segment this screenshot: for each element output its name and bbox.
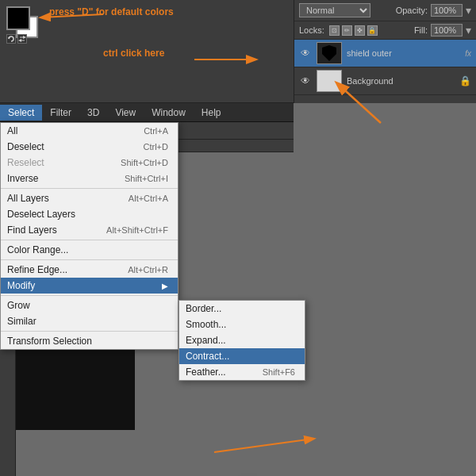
menu-item-deselect[interactable]: Deselect Ctrl+D [1,139,178,155]
menu-item-similar[interactable]: Similar [1,313,178,329]
layer-thumb-background [317,70,342,92]
menu-3d[interactable]: 3D [79,105,107,121]
swap-colors-icon[interactable] [17,34,27,44]
fill-row: Fill: ▾ [414,24,471,36]
menu-item-all-shortcut: Ctrl+A [144,126,168,136]
menu-item-all-layers-shortcut: Alt+Ctrl+A [129,194,168,203]
modify-submenu-arrow: ▶ [162,282,168,290]
menu-item-transform-selection-label: Transform Selection [7,336,92,347]
menu-item-grow[interactable]: Grow [1,298,178,313]
menu-item-deselect-layers-label: Deselect Layers [7,209,75,220]
menu-view[interactable]: View [107,105,144,121]
submenu-contract-label: Contract... [186,351,229,362]
submenu-item-feather[interactable]: Feather... Shift+F6 [179,364,305,380]
layer-visibility-shield[interactable]: 👁 [299,47,312,60]
menu-item-transform-selection[interactable]: Transform Selection [1,333,178,349]
menu-window[interactable]: Window [144,105,194,121]
layer-visibility-background[interactable]: 👁 [299,75,312,87]
menu-filter[interactable]: Filter [42,105,79,121]
opacity-input[interactable] [431,4,463,17]
submenu-item-smooth[interactable]: Smooth... [179,317,305,332]
menu-item-color-range[interactable]: Color Range... [1,242,178,258]
menu-item-refine-edge[interactable]: Refine Edge... Alt+Ctrl+R [1,262,178,278]
lock-all-icon[interactable]: 🔒 [367,25,378,36]
menu-item-reselect: Reselect Shift+Ctrl+D [1,155,178,171]
menu-item-deselect-layers[interactable]: Deselect Layers [1,206,178,222]
menu-bar: Select Filter 3D View Window Help [0,103,294,122]
fill-input[interactable] [431,24,463,36]
lock-position-icon[interactable]: ✜ [355,25,365,36]
select-dropdown-menu: All Ctrl+A Deselect Ctrl+D Reselect Shif… [0,122,178,350]
blend-mode-row: Normal Opacity: ▾ [294,0,476,21]
menu-item-modify[interactable]: Modify ▶ [1,278,178,294]
separator-4 [1,295,178,296]
menu-select[interactable]: Select [0,105,42,121]
menu-help[interactable]: Help [194,105,229,121]
menu-item-grow-label: Grow [7,300,30,311]
menu-item-reselect-label: Reselect [7,157,44,168]
fill-dropdown-arrow[interactable]: ▾ [466,24,471,36]
submenu-expand-label: Expand... [186,335,226,346]
submenu-feather-shortcut: Shift+F6 [263,367,295,377]
blend-mode-select[interactable]: Normal [299,3,370,17]
menu-item-inverse[interactable]: Inverse Shift+Ctrl+I [1,171,178,186]
layer-lock-icon: 🔒 [459,75,471,86]
annotation-default-colors: press "D" for default colors [49,6,174,17]
reset-colors-icon[interactable] [6,34,16,44]
svg-marker-2 [18,39,21,42]
submenu-feather-label: Feather... [186,367,226,378]
menu-item-all[interactable]: All Ctrl+A [1,123,178,139]
menu-item-reselect-shortcut: Shift+Ctrl+D [121,158,168,167]
menu-item-deselect-shortcut: Ctrl+D [144,142,168,152]
foreground-color-square[interactable] [6,6,30,30]
lock-icons: ⊡ ✏ ✜ 🔒 [329,25,378,36]
menu-item-inverse-label: Inverse [7,173,38,184]
opacity-label: Opacity: [396,6,428,15]
annotation-ctrl-click: ctrl click here [103,48,164,59]
menu-item-refine-edge-label: Refine Edge... [7,264,67,275]
opacity-dropdown-arrow[interactable]: ▾ [466,4,471,17]
svg-marker-1 [23,36,26,39]
layer-name-shield: shield outer [347,48,460,58]
separator-1 [1,188,178,189]
menu-item-find-layers[interactable]: Find Layers Alt+Shift+Ctrl+F [1,222,178,238]
menu-item-similar-label: Similar [7,316,36,327]
menu-item-deselect-label: Deselect [7,141,44,152]
locks-label: Locks: [299,25,324,35]
submenu-item-expand[interactable]: Expand... [179,332,305,348]
lock-transparent-icon[interactable]: ⊡ [329,25,340,36]
layer-thumb-shield [317,42,342,64]
locks-fill-row: Locks: ⊡ ✏ ✜ 🔒 Fill: ▾ [294,21,476,40]
menu-item-find-layers-shortcut: Alt+Shift+Ctrl+F [106,225,168,235]
fill-label: Fill: [414,25,428,35]
separator-2 [1,240,178,240]
menu-item-modify-label: Modify [7,280,35,291]
layer-item-background[interactable]: 👁 Background 🔒 [294,67,476,95]
separator-5 [1,331,178,332]
color-reset-icons [6,34,27,44]
menu-item-all-layers[interactable]: All Layers Alt+Ctrl+A [1,190,178,206]
menu-item-all-label: All [7,125,17,136]
top-toolbar: press "D" for default colors ctrl click … [0,0,476,103]
layer-fx-icon[interactable]: fx [465,49,471,58]
canvas-area: Select Filter 3D View Window Help banner… [0,103,476,476]
layer-name-background: Background [347,76,455,86]
modify-submenu: Border... Smooth... Expand... Contract..… [178,300,305,381]
lock-image-icon[interactable]: ✏ [342,25,352,36]
layer-item-shield[interactable]: 👁 shield outer fx [294,40,476,67]
separator-3 [1,259,178,260]
submenu-item-border[interactable]: Border... [179,301,305,317]
layers-panel: Normal Opacity: ▾ Locks: ⊡ ✏ ✜ 🔒 Fill: ▾ [294,0,476,103]
menu-item-color-range-label: Color Range... [7,244,68,255]
menu-item-refine-edge-shortcut: Alt+Ctrl+R [128,265,168,274]
menu-item-all-layers-label: All Layers [7,193,49,204]
menu-item-find-layers-label: Find Layers [7,225,57,236]
menu-item-inverse-shortcut: Shift+Ctrl+I [125,174,168,183]
submenu-smooth-label: Smooth... [186,319,226,330]
submenu-border-label: Border... [186,303,221,314]
submenu-item-contract[interactable]: Contract... [179,348,305,364]
